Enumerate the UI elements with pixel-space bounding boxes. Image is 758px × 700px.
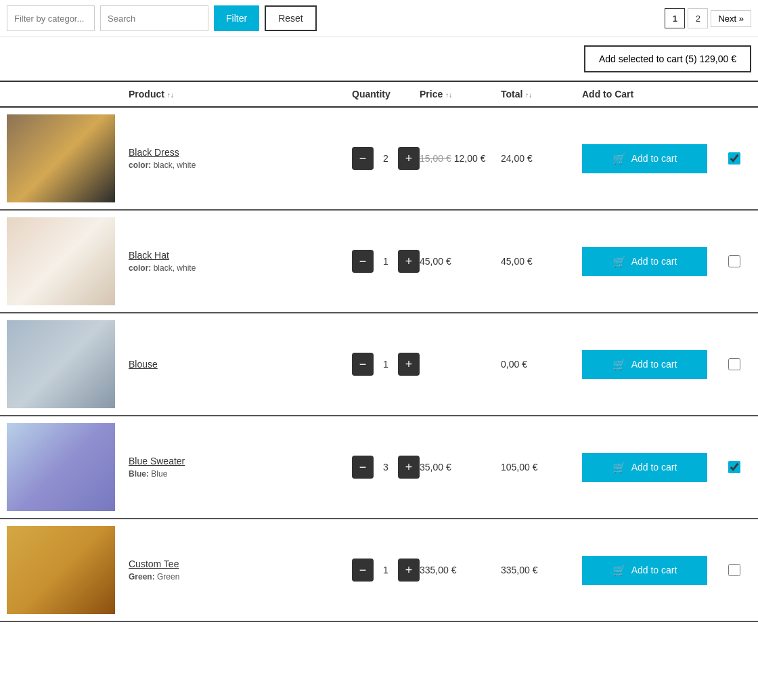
header-quantity: Quantity bbox=[352, 89, 420, 100]
quantity-value: 3 bbox=[379, 462, 393, 473]
quantity-increase-button[interactable]: + bbox=[398, 147, 420, 170]
product-name-link[interactable]: Blue Sweater bbox=[129, 456, 185, 466]
quantity-increase-button[interactable]: + bbox=[398, 559, 420, 582]
page-1[interactable]: 1 bbox=[665, 8, 685, 28]
checkbox-cell bbox=[717, 358, 751, 370]
total-cell: 335,00 € bbox=[501, 565, 582, 575]
quantity-decrease-button[interactable]: − bbox=[352, 147, 374, 170]
quantity-value: 1 bbox=[379, 256, 393, 267]
cart-icon: 🛒 bbox=[612, 255, 626, 268]
total-sort-icon[interactable]: ↑↓ bbox=[525, 91, 532, 99]
row-checkbox[interactable] bbox=[728, 152, 740, 165]
quantity-value: 1 bbox=[379, 359, 393, 370]
checkbox-cell bbox=[717, 152, 751, 165]
add-to-cart-cell: 🛒 Add to cart bbox=[582, 247, 717, 276]
total-cell: 0,00 € bbox=[501, 359, 582, 370]
price-cell: 35,00 € bbox=[420, 462, 501, 473]
add-to-cart-button[interactable]: 🛒 Add to cart bbox=[582, 247, 707, 276]
price-sale: 45,00 € bbox=[420, 256, 451, 267]
pagination: 1 2 Next » bbox=[665, 8, 751, 28]
quantity-increase-button[interactable]: + bbox=[398, 353, 420, 376]
price-sale: 12,00 € bbox=[454, 153, 486, 164]
checkbox-cell bbox=[717, 255, 751, 267]
total-cell: 45,00 € bbox=[501, 256, 582, 267]
add-to-cart-cell: 🛒 Add to cart bbox=[582, 556, 717, 585]
price-cell: 335,00 € bbox=[420, 565, 501, 575]
quantity-control: − 1 + bbox=[352, 559, 420, 582]
total-cell: 24,00 € bbox=[501, 153, 582, 164]
price-sale: 35,00 € bbox=[420, 462, 451, 473]
table-row: Blue Sweater Blue: Blue − 3 + 35,00 € 10… bbox=[0, 416, 758, 519]
quantity-value: 1 bbox=[379, 565, 393, 575]
product-name-link[interactable]: Blouse bbox=[129, 359, 158, 370]
table-body: Black Dress color: black, white − 2 + 15… bbox=[0, 108, 758, 622]
row-checkbox[interactable] bbox=[728, 564, 740, 576]
add-selected-to-cart-button[interactable]: Add selected to cart (5) 129,00 € bbox=[584, 45, 751, 72]
product-info: Black Hat color: black, white bbox=[129, 250, 352, 273]
product-image bbox=[7, 217, 115, 305]
product-image bbox=[7, 526, 115, 614]
checkbox-cell bbox=[717, 461, 751, 473]
quantity-increase-button[interactable]: + bbox=[398, 456, 420, 479]
product-info: Custom Tee Green: Green bbox=[129, 559, 352, 582]
add-to-cart-button[interactable]: 🛒 Add to cart bbox=[582, 556, 707, 585]
quantity-decrease-button[interactable]: − bbox=[352, 456, 374, 479]
add-selected-bar: Add selected to cart (5) 129,00 € bbox=[0, 37, 758, 81]
product-color: color: black, white bbox=[129, 263, 352, 273]
table-row: Black Dress color: black, white − 2 + 15… bbox=[0, 108, 758, 211]
add-to-cart-label: Add to cart bbox=[631, 462, 677, 473]
row-checkbox[interactable] bbox=[728, 358, 740, 370]
product-name-link[interactable]: Custom Tee bbox=[129, 559, 179, 569]
cart-icon: 🛒 bbox=[612, 358, 626, 371]
quantity-decrease-button[interactable]: − bbox=[352, 353, 374, 376]
add-to-cart-button[interactable]: 🛒 Add to cart bbox=[582, 350, 707, 379]
product-sort-icon[interactable]: ↑↓ bbox=[167, 91, 174, 99]
page-2[interactable]: 2 bbox=[688, 8, 708, 28]
cart-icon: 🛒 bbox=[612, 564, 626, 577]
row-checkbox[interactable] bbox=[728, 255, 740, 267]
product-color: Green: Green bbox=[129, 572, 352, 582]
price-cell: 45,00 € bbox=[420, 256, 501, 267]
add-to-cart-button[interactable]: 🛒 Add to cart bbox=[582, 453, 707, 482]
quantity-control: − 3 + bbox=[352, 456, 420, 479]
add-to-cart-label: Add to cart bbox=[631, 256, 677, 267]
quantity-control: − 1 + bbox=[352, 353, 420, 376]
header-total: Total ↑↓ bbox=[501, 89, 582, 100]
price-sort-icon[interactable]: ↑↓ bbox=[445, 91, 452, 99]
product-info: Blouse bbox=[129, 359, 352, 370]
table-row: Black Hat color: black, white − 1 + 45,0… bbox=[0, 211, 758, 313]
add-to-cart-label: Add to cart bbox=[631, 359, 677, 370]
header-product: Product ↑↓ bbox=[129, 89, 352, 100]
toolbar: Filter Reset 1 2 Next » bbox=[0, 0, 758, 37]
product-image bbox=[7, 423, 115, 511]
table-header: Product ↑↓ Quantity Price ↑↓ Total ↑↓ Ad… bbox=[0, 81, 758, 108]
quantity-decrease-button[interactable]: − bbox=[352, 559, 374, 582]
reset-button[interactable]: Reset bbox=[265, 5, 317, 31]
cart-icon: 🛒 bbox=[612, 152, 626, 165]
product-name-link[interactable]: Black Dress bbox=[129, 147, 179, 158]
filter-button[interactable]: Filter bbox=[214, 5, 259, 31]
quantity-control: − 2 + bbox=[352, 147, 420, 170]
total-cell: 105,00 € bbox=[501, 462, 582, 473]
product-image bbox=[7, 114, 115, 202]
product-image bbox=[7, 320, 115, 408]
add-to-cart-cell: 🛒 Add to cart bbox=[582, 350, 717, 379]
quantity-decrease-button[interactable]: − bbox=[352, 250, 374, 273]
header-add-to-cart: Add to Cart bbox=[582, 89, 717, 100]
quantity-value: 2 bbox=[379, 153, 393, 164]
add-to-cart-label: Add to cart bbox=[631, 153, 677, 164]
product-info: Black Dress color: black, white bbox=[129, 147, 352, 170]
product-name-link[interactable]: Black Hat bbox=[129, 250, 169, 261]
row-checkbox[interactable] bbox=[728, 461, 740, 473]
price-sale: 335,00 € bbox=[420, 565, 457, 575]
next-page-button[interactable]: Next » bbox=[711, 10, 751, 27]
filter-category-input[interactable] bbox=[7, 5, 95, 31]
product-info: Blue Sweater Blue: Blue bbox=[129, 456, 352, 479]
price-original: 15,00 € bbox=[420, 153, 451, 164]
search-input[interactable] bbox=[100, 5, 208, 31]
table-row: Custom Tee Green: Green − 1 + 335,00 € 3… bbox=[0, 519, 758, 622]
add-to-cart-cell: 🛒 Add to cart bbox=[582, 453, 717, 482]
quantity-increase-button[interactable]: + bbox=[398, 250, 420, 273]
add-to-cart-button[interactable]: 🛒 Add to cart bbox=[582, 144, 707, 173]
add-to-cart-label: Add to cart bbox=[631, 565, 677, 575]
